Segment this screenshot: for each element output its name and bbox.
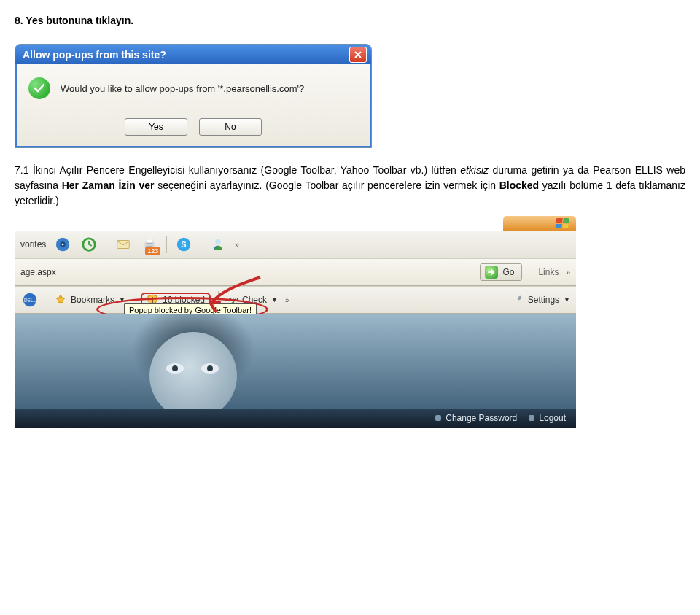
- face-graphic: [109, 314, 277, 409]
- step-heading: 8. Yes butonuna tıklayın.: [15, 15, 685, 26]
- history-icon[interactable]: [79, 235, 98, 254]
- go-arrow-icon: [485, 266, 498, 279]
- yes-button[interactable]: Yes: [125, 118, 187, 136]
- media-icon[interactable]: [53, 235, 72, 254]
- links-label: Links: [538, 267, 559, 277]
- dell-icon[interactable]: DELL: [20, 290, 39, 309]
- close-icon: [354, 51, 362, 58]
- dialog-question: Would you like to allow pop-ups from '*.…: [61, 83, 304, 94]
- settings-menu[interactable]: Settings ▼: [512, 294, 570, 306]
- address-fragment: age.aspx: [20, 265, 56, 279]
- star-icon: [55, 294, 66, 306]
- logout-link[interactable]: Logout: [529, 413, 566, 423]
- toolbar-overflow-2-icon[interactable]: »: [285, 298, 289, 303]
- svg-point-10: [216, 239, 221, 244]
- svg-point-2: [62, 244, 64, 246]
- go-button[interactable]: Go: [480, 263, 522, 281]
- windows-flag-icon: [555, 218, 569, 228]
- print-badge: 123: [145, 247, 160, 255]
- svg-text:S: S: [182, 240, 187, 249]
- toolbar-overflow-icon[interactable]: »: [235, 242, 239, 247]
- print-icon[interactable]: 123: [140, 235, 159, 254]
- links-chevron-icon[interactable]: »: [566, 270, 570, 275]
- hero-banner: [15, 314, 576, 409]
- close-button[interactable]: [349, 47, 367, 63]
- no-button[interactable]: No: [199, 118, 262, 136]
- svg-text:DELL: DELL: [24, 298, 36, 303]
- favorites-label: vorites: [20, 237, 46, 252]
- footer-bar: Change Password Logout: [15, 409, 576, 428]
- bullet-icon: [529, 415, 534, 421]
- bullet-icon: [435, 415, 441, 421]
- change-password-link[interactable]: Change Password: [435, 413, 517, 423]
- svg-rect-6: [147, 239, 152, 244]
- wrench-icon: [512, 294, 524, 306]
- messenger-icon[interactable]: [209, 235, 228, 254]
- browser-toolbar-screenshot: vorites 123 S » age.aspx: [15, 216, 576, 428]
- svg-rect-4: [117, 241, 130, 249]
- taskbar-fragment: [503, 216, 576, 231]
- instruction-paragraph: 7.1 İkinci Açılır Pencere Engelleyicisi …: [15, 163, 685, 209]
- dialog-title: Allow pop-ups from this site?: [23, 49, 166, 61]
- address-bar-row: age.aspx Go Links »: [15, 258, 576, 286]
- dialog-titlebar: Allow pop-ups from this site?: [15, 45, 371, 64]
- ie-toolbar-row: vorites 123 S »: [15, 231, 576, 258]
- confirm-checkmark-icon: [28, 77, 50, 99]
- mail-icon[interactable]: [114, 235, 133, 254]
- skype-icon[interactable]: S: [174, 235, 193, 254]
- popup-dialog: Allow pop-ups from this site? Would you …: [15, 44, 372, 148]
